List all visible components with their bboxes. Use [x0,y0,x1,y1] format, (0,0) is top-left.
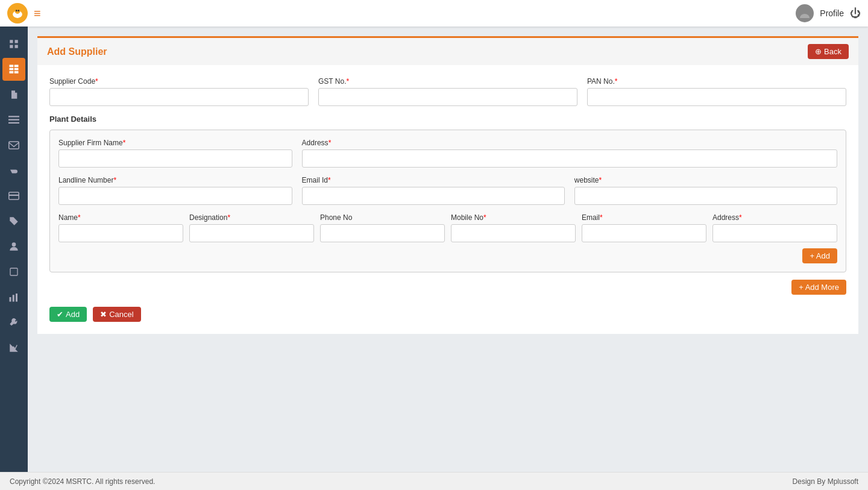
contact-name-group: Name* [58,213,183,242]
cancel-button[interactable]: ✖ Cancel [93,307,140,322]
svg-rect-6 [10,40,13,43]
svg-rect-13 [14,68,19,71]
phone-no-input[interactable] [320,224,445,242]
contact-email-label: Email* [582,213,706,222]
mobile-no-input[interactable] [451,224,576,242]
add-row-container: + Add [58,248,837,263]
designation-label: Designation* [189,213,314,222]
svg-rect-7 [15,40,18,43]
svg-point-5 [802,8,807,13]
design-by: Design By Mplussoft [793,477,858,486]
supplier-code-required: * [95,77,98,86]
svg-rect-10 [10,65,14,68]
svg-rect-26 [13,295,14,301]
firm-name-label: Supplier Firm Name* [58,139,292,147]
back-label: Back [824,47,841,56]
form-card: Supplier Code* GST No.* PAN No.* [37,65,858,334]
svg-point-23 [12,242,16,247]
add-label: Add [66,310,80,319]
power-icon[interactable]: ⏻ [850,7,861,20]
navbar-left: ≡ [7,3,41,24]
contact-name-input[interactable] [58,224,183,242]
page-header: Add Supplier ⊕ Back [37,36,858,65]
contact-address-group: Address* [712,213,837,242]
designation-group: Designation* [189,213,314,242]
app-logo [7,3,28,24]
sidebar-item-card[interactable] [2,184,25,207]
svg-rect-21 [9,195,19,196]
plant-details-label: Plant Details [49,115,846,124]
contact-address-label: Address* [712,213,837,222]
firm-name-group: Supplier Firm Name* [58,139,292,168]
website-input[interactable] [574,187,837,205]
designation-input[interactable] [189,224,314,242]
contact-address-input[interactable] [712,224,837,242]
avatar [796,4,814,22]
contact-name-label: Name* [58,213,183,222]
pan-no-group: PAN No.* [587,77,846,106]
sidebar-item-list[interactable] [2,108,25,131]
gst-required: * [346,77,349,86]
supplier-code-label: Supplier Code* [49,77,309,86]
svg-rect-19 [9,142,19,149]
cancel-label: Cancel [109,310,133,319]
svg-rect-18 [8,122,19,124]
landline-input[interactable] [58,187,292,205]
mobile-no-label: Mobile No* [451,213,576,222]
firm-address-row: Supplier Firm Name* Address* [58,139,837,168]
svg-point-2 [15,8,20,14]
layout: Add Supplier ⊕ Back Supplier Code* GST N… [0,27,868,472]
add-more-button[interactable]: + Add More [791,280,846,295]
sidebar-item-report[interactable] [2,336,25,359]
sidebar-item-square[interactable] [2,260,25,283]
address-label: Address* [302,139,837,147]
email-id-label: Email Id* [302,176,565,184]
address-input[interactable] [302,149,837,168]
add-check-icon: ✔ [57,310,63,319]
main-content: Add Supplier ⊕ Back Supplier Code* GST N… [28,27,868,472]
svg-rect-8 [10,45,13,48]
svg-rect-12 [10,68,14,71]
contact-email-input[interactable] [582,224,706,242]
gst-no-group: GST No.* [318,77,577,106]
sidebar-item-grid[interactable] [2,58,25,81]
website-label: website* [574,176,837,184]
sidebar-item-mail[interactable] [2,134,25,157]
sidebar-item-return[interactable] [2,159,25,182]
svg-rect-17 [8,119,19,121]
navbar: ≡ Profile ⏻ [0,0,868,27]
sidebar-item-chart[interactable] [2,286,25,309]
add-button[interactable]: ✔ Add [49,307,87,322]
supplier-code-input[interactable] [49,88,309,106]
add-row-button[interactable]: + Add [802,248,837,263]
pan-no-input[interactable] [587,88,846,106]
pan-required: * [615,77,618,86]
supplier-code-group: Supplier Code* [49,77,309,106]
back-button[interactable]: ⊕ Back [808,44,849,59]
firm-name-input[interactable] [58,149,292,168]
svg-rect-14 [10,71,14,74]
landline-group: Landline Number* [58,176,292,205]
add-more-container: + Add More [49,280,846,295]
gst-no-input[interactable] [318,88,577,106]
svg-point-3 [16,10,17,11]
svg-point-4 [17,10,19,11]
sidebar-item-dashboard[interactable] [2,33,25,55]
plant-details-box: Supplier Firm Name* Address* [49,130,846,272]
svg-rect-15 [14,71,19,74]
gst-no-label: GST No.* [318,77,577,86]
phone-no-label: Phone No [320,213,445,222]
sidebar-item-document[interactable] [2,83,25,106]
svg-rect-9 [15,45,18,48]
page-title: Add Supplier [47,46,107,57]
svg-rect-11 [14,65,19,68]
cancel-x-icon: ✖ [100,310,107,319]
hamburger-icon[interactable]: ≡ [34,7,41,20]
sidebar-item-tag[interactable] [2,210,25,233]
svg-rect-27 [16,294,17,302]
sidebar-item-user[interactable] [2,235,25,258]
email-id-input[interactable] [302,187,565,205]
svg-rect-16 [8,116,19,117]
profile-label: Profile [820,8,844,18]
sidebar-item-tool[interactable] [2,311,25,334]
